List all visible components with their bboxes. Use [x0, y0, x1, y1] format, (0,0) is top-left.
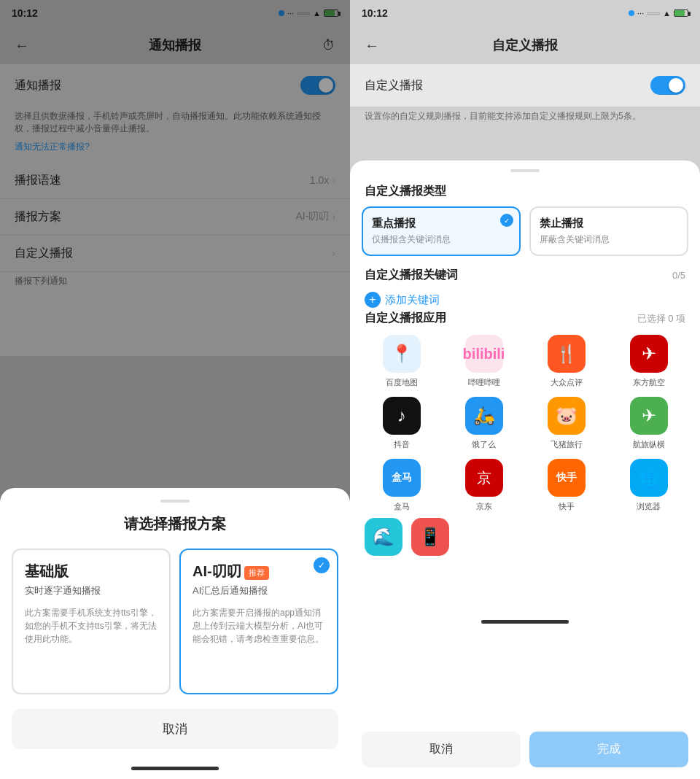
apps-selected-count: 已选择 0 项 [637, 312, 685, 325]
right-panel: 10:12 ··· 𝄗𝄗 ▲ ← 自定义播报 自定义播报 设置你的自定义规则播报… [350, 0, 700, 779]
status-time-right: 10:12 [362, 7, 388, 19]
option-basic-desc: 此方案需要手机系统支持tts引擎，如您的手机不支持tts引擎，将无法使用此功能。 [25, 606, 158, 646]
home-indicator-left [131, 767, 219, 770]
app-name-hangkong: 航旅纵横 [633, 439, 665, 450]
app-icon-extra-1: 🌊 [365, 518, 402, 556]
custom-broadcast-main-item: 自定义播报 [350, 64, 700, 106]
type-highlight-title: 重点播报 [372, 217, 510, 230]
back-button-right[interactable]: ← [365, 37, 386, 54]
app-item-ele[interactable]: 🛵 饿了么 [447, 397, 521, 450]
type-card-block[interactable]: 禁止播报 屏蔽含关键词消息 [529, 206, 688, 256]
option-basic-title: 基础版 [25, 562, 158, 581]
sheet-options-left: 基础版 实时逐字通知播报 此方案需要手机系统支持tts引擎，如您的手机不支持tt… [0, 549, 350, 709]
app-icon-baidu: 📍 [383, 335, 421, 373]
cancel-button-right[interactable]: 取消 [362, 732, 521, 767]
type-cards: ✓ 重点播报 仅播报含关键词消息 禁止播报 屏蔽含关键词消息 [350, 206, 700, 268]
app-name-dongfang: 东方航空 [633, 377, 665, 388]
app-item-dongfang[interactable]: ✈ 东方航空 [612, 335, 685, 388]
apps-section: 自定义播报应用 已选择 0 项 📍 百度地图 bilibili 哔哩哔哩 🍴 大… [350, 311, 700, 614]
keyword-count: 0/5 [672, 270, 685, 281]
app-icon-ele: 🛵 [465, 397, 503, 435]
app-icon-dianping: 🍴 [548, 335, 586, 373]
battery-fill-right [674, 10, 685, 16]
app-name-dianping: 大众点评 [551, 377, 583, 388]
page-title-right: 自定义播报 [386, 36, 664, 54]
app-icon-jd: 京 [465, 459, 503, 497]
apps-section-title: 自定义播报应用 [365, 311, 446, 326]
app-icon-douyin: ♪ [383, 397, 421, 435]
confirm-button-right[interactable]: 完成 [529, 732, 688, 767]
app-name-jd: 京东 [476, 501, 492, 512]
keyword-section-title: 自定义播报关键词 [365, 268, 458, 283]
app-icon-extra-2: 📱 [411, 518, 449, 556]
apps-header: 自定义播报应用 已选择 0 项 [365, 311, 685, 326]
add-keyword-button[interactable]: + 添加关键词 [365, 289, 685, 311]
app-name-ele: 饿了么 [472, 439, 496, 450]
app-name-kuaishou: 快手 [559, 501, 575, 512]
broadcast-plan-sheet: 请选择播报方案 基础版 实时逐字通知播报 此方案需要手机系统支持tts引擎，如您… [0, 488, 350, 779]
app-icon-kuaishou: 快手 [548, 459, 586, 497]
app-item-extra-1[interactable]: 🌊 [365, 518, 402, 556]
sheet-title-left: 请选择播报方案 [0, 514, 350, 549]
status-text-right: ··· [637, 9, 644, 18]
status-bar-right: 10:12 ··· 𝄗𝄗 ▲ [350, 0, 700, 26]
app-item-hangkong[interactable]: ✈ 航旅纵横 [612, 397, 685, 450]
sheet-handle-left [160, 500, 190, 503]
app-item-hema[interactable]: 盒马 盒马 [365, 459, 438, 512]
cancel-button-left[interactable]: 取消 [12, 709, 338, 749]
type-card-highlight[interactable]: ✓ 重点播报 仅播报含关键词消息 [362, 206, 521, 256]
left-panel: 10:12 ··· 𝄗𝄗 ▲ ← 通知播报 ⏱ 通知播报 选择且供数据播报，手机… [0, 0, 350, 779]
app-item-kuaishou[interactable]: 快手 快手 [529, 459, 603, 512]
app-icon-hema: 盒马 [383, 459, 421, 497]
app-item-dianping[interactable]: 🍴 大众点评 [529, 335, 603, 388]
app-icon-browser: 🌐 [630, 459, 668, 497]
app-icon-dongfang: ✈ [630, 335, 668, 373]
app-icon-hangkong: ✈ [630, 397, 668, 435]
option-ai[interactable]: ✓ AI-叨叨 推荐 AI汇总后通知播报 此方案需要开启播报的app通知消息上传… [179, 549, 338, 694]
option-ai-subtitle: AI汇总后通知播报 [192, 584, 325, 597]
wifi-icon-right: ▲ [663, 9, 671, 18]
option-basic-subtitle: 实时逐字通知播报 [25, 584, 158, 597]
keyword-section: 自定义播报关键词 0/5 + 添加关键词 [350, 268, 700, 311]
custom-broadcast-sheet: 自定义播报类型 ✓ 重点播报 仅播报含关键词消息 禁止播报 屏蔽含关键词消息 自… [350, 160, 700, 779]
app-item-extra-2[interactable]: 📱 [411, 518, 449, 556]
notification-dot-right [629, 10, 634, 16]
custom-broadcast-main-label: 自定义播报 [365, 78, 423, 93]
option-ai-check: ✓ [314, 557, 330, 573]
signal-icon-right: 𝄗𝄗 [647, 9, 660, 18]
add-plus-icon: + [365, 292, 381, 308]
type-highlight-check: ✓ [500, 214, 513, 227]
app-item-baidu[interactable]: 📍 百度地图 [365, 335, 438, 388]
app-name-bilibili: 哔哩哔哩 [468, 377, 500, 388]
custom-broadcast-main-toggle[interactable] [650, 76, 685, 95]
app-name-browser: 浏览器 [637, 501, 661, 512]
option-basic[interactable]: 基础版 实时逐字通知播报 此方案需要手机系统支持tts引擎，如您的手机不支持tt… [12, 549, 171, 694]
battery-icon-right [674, 9, 688, 17]
app-item-bilibili[interactable]: bilibili 哔哩哔哩 [447, 335, 521, 388]
app-header-right: ← 自定义播报 [350, 26, 700, 64]
custom-broadcast-main-desc: 设置你的自定义规则播报，目前能支持添加自定义播报规则上限为5条。 [350, 107, 700, 128]
app-item-douyin[interactable]: ♪ 抖音 [365, 397, 438, 450]
type-block-title: 禁止播报 [540, 217, 678, 230]
option-ai-title: AI-叨叨 [192, 562, 241, 581]
app-item-jd[interactable]: 京 京东 [447, 459, 521, 512]
apps-grid: 📍 百度地图 bilibili 哔哩哔哩 🍴 大众点评 ✈ 东方航空 ♪ [365, 335, 685, 512]
option-ai-badge: 推荐 [244, 566, 269, 580]
app-name-baidu: 百度地图 [386, 377, 418, 388]
option-ai-desc: 此方案需要开启播报的app通知消息上传到云端大模型分析，AI也可能会犯错，请考虑… [192, 606, 325, 646]
add-keyword-label: 添加关键词 [385, 293, 440, 307]
bottom-buttons-right: 取消 完成 [350, 723, 700, 779]
app-name-feizhu: 飞猪旅行 [551, 439, 583, 450]
app-item-browser[interactable]: 🌐 浏览器 [612, 459, 685, 512]
type-block-desc: 屏蔽含关键词消息 [540, 233, 678, 246]
status-icons-right: ··· 𝄗𝄗 ▲ [629, 9, 688, 18]
keyword-header: 自定义播报关键词 0/5 [365, 268, 685, 283]
app-name-hema: 盒马 [394, 501, 410, 512]
type-section-title: 自定义播报类型 [350, 172, 700, 206]
app-name-douyin: 抖音 [394, 439, 410, 450]
app-item-feizhu[interactable]: 🐷 飞猪旅行 [529, 397, 603, 450]
app-icon-feizhu: 🐷 [548, 397, 586, 435]
app-icon-bilibili: bilibili [465, 335, 503, 373]
home-indicator-right [481, 620, 569, 624]
type-highlight-desc: 仅播报含关键词消息 [372, 233, 510, 246]
